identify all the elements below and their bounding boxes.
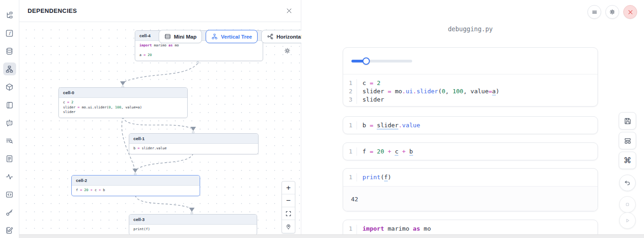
stop-button[interactable] [619,196,636,213]
code-token: f [362,148,366,155]
notebook-cell-f[interactable]: 1f = 20 + c + b [343,142,598,160]
code-line: b = slider.value [357,121,420,130]
notebook-cell-b[interactable]: 1b = slider.value [343,116,598,134]
zoom-in-button[interactable]: + [282,181,295,194]
code-row: 2slider = mo.ui.slider(0, 100, value=a) [343,87,598,96]
code-token: ui [406,88,413,95]
graph-cell-0[interactable]: cell-0 c = 2slider = mo.ui.slider(0, 100… [58,87,188,118]
settings-button[interactable] [605,5,619,19]
code-token: = [65,100,72,104]
code-token: print [362,174,380,181]
horizontal-tree-button[interactable]: Horizontal Tree [261,30,301,43]
graph-cell-title: cell-1 [129,134,258,144]
sidebar-item-dependency-graph[interactable] [3,62,16,75]
code-token: import [362,225,384,232]
code-token: slider.value [142,146,167,150]
fullscreen-button[interactable] [282,207,295,220]
code-token: slider [63,110,75,114]
cell-editor[interactable]: 1c = 22slider = mo.ui.slider(0, 100, val… [343,74,598,107]
code-token: a [492,88,496,96]
fit-view-button[interactable] [282,220,295,233]
sidebar-item-secrets[interactable] [3,206,16,219]
file-tree-icon [5,11,14,20]
close-icon[interactable] [286,7,293,14]
zoom-out-button[interactable]: − [282,194,295,207]
horizontal-scrollbar[interactable] [19,234,644,238]
dependency-graph-canvas[interactable]: Mini Map Vertical Tree Horizontal Tree c… [19,22,301,235]
cell-editor[interactable]: 1print(f) [343,169,598,186]
graph-cell-title: cell-3 [129,215,257,225]
sidebar-item-table-of-contents[interactable] [3,134,16,147]
graph-settings-icon[interactable] [283,47,291,55]
layout-button[interactable] [619,132,636,149]
notebook-cell-print[interactable]: 1print(f) 42 [343,168,598,211]
notebook-cell-slider[interactable]: 1c = 22slider = mo.ui.slider(0, 100, val… [343,47,598,107]
cell-editor[interactable]: 1f = 20 + c + b [343,143,598,160]
code-token: slider [63,105,75,109]
play-icon [624,217,631,224]
sidebar-item-snippets[interactable] [3,188,16,201]
sidebar-item-file-explorer[interactable] [3,9,16,22]
sidebar-item-documentation[interactable] [3,152,16,165]
code-token: + [97,188,103,192]
mini-map-button[interactable]: Mini Map [159,30,202,43]
menu-icon [591,9,598,16]
code-token: + [384,148,395,155]
graph-cell-1[interactable]: cell-1 b = slider.value [129,133,259,154]
sidebar-item-tracing[interactable] [3,170,16,183]
sidebar-item-logs[interactable] [3,98,16,111]
horizontal-tree-icon [267,33,274,40]
code-token: mo.ui.slider( [82,105,109,109]
code-token: . [402,88,406,95]
code-token: = [78,188,85,192]
code-token: c [362,79,366,86]
code-token: 2 [377,79,380,86]
line-number: 1 [343,173,357,181]
code-token: 100 [115,105,121,109]
code-token: as [168,43,172,47]
dependencies-header: DEPENDENCIES [19,0,301,22]
code-line: import marimo as mo [357,225,431,233]
save-icon [624,117,632,125]
code-token: b [409,148,413,156]
code-token: 20 [84,188,88,192]
graph-cell-code: import marimo as mo a = 20 [135,41,263,61]
shutdown-button[interactable] [623,5,637,19]
undo-button[interactable] [619,175,636,191]
slider-thumb[interactable] [362,57,370,65]
sidebar-item-ai-chat[interactable] [3,116,16,129]
graph-cell-code: print(f) [129,225,257,235]
save-button[interactable] [619,112,636,130]
scroll-icon [5,101,14,109]
code-box-icon [5,190,14,199]
slider-widget[interactable] [351,60,412,62]
mini-map-icon [164,33,171,40]
vertical-tree-button[interactable]: Vertical Tree [206,30,258,43]
cell-editor[interactable]: 1b = slider.value [343,117,598,134]
menu-button[interactable] [587,5,601,19]
shortcuts-button[interactable]: ⌘ [619,152,636,169]
sidebar-item-scratchpad[interactable] [3,224,16,237]
code-token: , [445,88,453,95]
code-token: mo [172,43,179,47]
notebook-pen-icon [5,226,14,235]
graph-cell-title: cell-0 [59,88,187,98]
sidebar-item-variables[interactable]: f [3,27,16,40]
code-token: 100 [453,88,463,95]
run-button[interactable] [619,212,636,229]
horizontal-tree-label: Horizontal Tree [276,34,301,40]
code-token: , value=a) [121,105,142,109]
code-token: 0 [442,88,445,95]
code-line: f = 20 + c + b [357,147,413,156]
code-token: slider [362,96,384,103]
code-token: + [398,148,409,155]
dependency-graph-icon [5,65,14,74]
sidebar-item-packages[interactable] [3,80,16,93]
gear-icon [609,8,616,16]
sidebar-item-datasources[interactable] [3,45,16,57]
package-icon [5,83,14,91]
line-number: 3 [343,96,357,104]
code-token: = [489,88,492,95]
graph-cell-2[interactable]: cell-2 f = 20 + c + b [71,175,200,196]
graph-cell-3[interactable]: cell-3 print(f) [129,214,257,235]
